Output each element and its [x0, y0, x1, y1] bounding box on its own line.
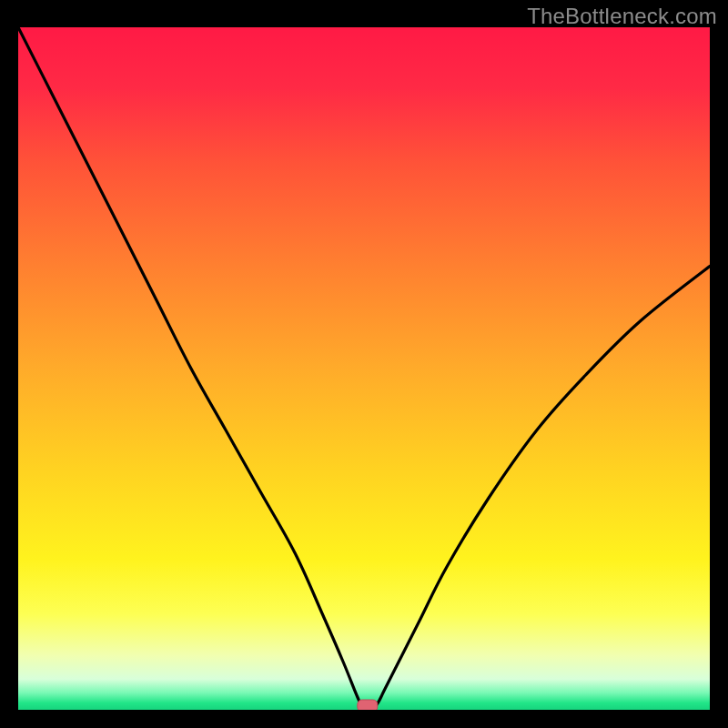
- gradient-background: [18, 27, 710, 710]
- watermark-text: TheBottleneck.com: [527, 4, 717, 29]
- optimal-point-marker: [358, 700, 378, 710]
- bottleneck-chart: [18, 27, 710, 710]
- chart-frame: [18, 27, 710, 710]
